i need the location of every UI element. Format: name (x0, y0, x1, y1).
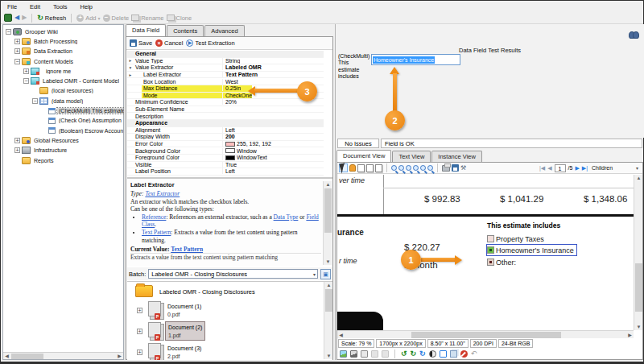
scroll-up-icon[interactable]: ▲ (325, 282, 332, 288)
property-value[interactable]: Left (222, 127, 324, 133)
tree-expander[interactable] (6, 29, 11, 35)
tree-item[interactable]: (Check One) Assumption (3, 116, 123, 126)
tree-item[interactable]: (CheckMulti) This estimate incl (3, 105, 123, 115)
viewer-horizontal-scrollbar[interactable]: ◀ ▶ (337, 330, 634, 338)
help-scrollbar[interactable]: ▲ ▼ (323, 181, 332, 265)
property-row[interactable]: Box Location West (127, 78, 324, 85)
batch-dropdown[interactable]: Labeled OMR - Closing Disclosures▾ (148, 269, 318, 279)
result-value-field[interactable]: Homeowner's Insurance (371, 54, 460, 65)
clone-button[interactable]: Clone (167, 14, 192, 22)
property-expander-icon[interactable] (127, 65, 134, 70)
tree-item[interactable]: Batch Processing (3, 36, 123, 46)
batch-folder-label[interactable]: Labeled OMR - Closing Disclosures (159, 288, 255, 296)
cancel-button[interactable]: ×Cancel (155, 39, 183, 47)
property-row[interactable]: Alignment Left (127, 127, 324, 134)
tree-expander[interactable] (32, 98, 38, 104)
property-row[interactable]: Sub-Element Name (127, 106, 324, 114)
scroll-thumb[interactable] (635, 263, 642, 312)
tree-expander[interactable] (137, 350, 142, 355)
property-value[interactable]: 255, 192, 192 (222, 141, 324, 147)
editor-tab[interactable]: Contents (167, 25, 204, 36)
scroll-down-icon[interactable]: ▼ (324, 259, 332, 265)
property-row[interactable]: Label Extractor Text Pattern (127, 72, 324, 79)
property-row[interactable]: Value Extractor Labeled OMR (127, 64, 324, 72)
pan-tool-icon[interactable] (349, 164, 356, 172)
scope-dropdown[interactable]: Children▾ (590, 165, 640, 171)
scroll-thumb[interactable] (11, 354, 43, 359)
text-extractor-link[interactable]: Text Extractor (145, 190, 180, 197)
snippet-tool-icon[interactable] (357, 164, 365, 172)
viewer-settings-icon[interactable]: ⚒ (460, 164, 466, 172)
image-color-icon[interactable] (340, 350, 347, 358)
zoom-fit-icon[interactable] (413, 165, 419, 171)
scroll-thumb[interactable] (411, 332, 561, 338)
batch-filter-button[interactable]: ▣ (320, 269, 331, 279)
text-pattern-link[interactable]: Text Pattern (142, 229, 171, 236)
page-preview-icon[interactable] (375, 164, 382, 172)
scroll-up-icon[interactable]: ▲ (635, 175, 642, 181)
undo-icon[interactable]: ↶ (471, 350, 477, 358)
tree-expander[interactable] (137, 308, 142, 313)
scroll-up-icon[interactable]: ▲ (324, 181, 332, 188)
tree-horizontal-scrollbar[interactable]: ◀ ▶ (3, 352, 123, 359)
tree-expander[interactable] (14, 59, 20, 64)
tree-item[interactable]: Grooper Wiki (3, 27, 123, 36)
print-icon[interactable] (442, 165, 450, 172)
tree-expander[interactable] (14, 39, 20, 44)
page-number-input[interactable]: 1 (555, 164, 566, 172)
property-expander-icon[interactable] (127, 72, 134, 77)
last-page-icon[interactable]: ▶| (582, 165, 588, 172)
property-row[interactable]: Visible True (127, 162, 324, 169)
crop-icon[interactable] (440, 350, 447, 358)
tree-expander[interactable] (14, 48, 20, 54)
tree-expander[interactable] (137, 329, 142, 334)
tree-item[interactable]: Global Resources (3, 135, 123, 145)
property-row[interactable]: Foreground Color WindowText (127, 155, 324, 162)
image-delete-icon[interactable] (382, 350, 389, 358)
viewer-vertical-scrollbar[interactable]: ▲ ▼ (634, 175, 642, 330)
add-button[interactable]: +Add▾ (76, 14, 100, 22)
save-button[interactable]: Save (130, 39, 152, 47)
test-extraction-button[interactable]: ▶Test Extraction (186, 39, 234, 47)
zoom-out-icon[interactable] (398, 165, 404, 171)
property-row[interactable]: Minimum Confidence 20% (127, 99, 324, 106)
menu-help[interactable]: Help (74, 3, 99, 10)
zoom-height-icon[interactable] (427, 165, 433, 171)
rotate-right-icon[interactable]: ↻ (411, 350, 417, 358)
search-binoculars-icon[interactable] (629, 31, 639, 39)
next-page-icon[interactable]: ▶ (575, 165, 579, 172)
redact-icon[interactable] (460, 350, 468, 358)
batch-document[interactable]: P Document (3)2.pdf (137, 343, 201, 360)
forward-icon[interactable]: ▶ (22, 14, 27, 22)
select-tool-button[interactable] (339, 163, 348, 172)
property-row[interactable]: Value Type String (127, 58, 324, 65)
refresh-button[interactable]: ↻Refresh (37, 14, 66, 22)
scroll-left-icon[interactable]: ◀ (3, 353, 10, 359)
scroll-thumb[interactable] (324, 188, 332, 233)
image-compare-icon[interactable] (371, 350, 378, 358)
batch-document[interactable]: P Document (2)1.pdf (137, 322, 204, 340)
tree-item[interactable]: (data model) (3, 96, 123, 105)
tree-expander[interactable] (23, 68, 29, 74)
tree-item[interactable]: (Boolean) Escrow Account? (3, 126, 123, 135)
zoom-in-icon[interactable] (391, 165, 397, 171)
copy-region-icon[interactable] (450, 350, 457, 358)
viewer-tab[interactable]: Document View (336, 150, 391, 162)
property-row[interactable]: Error Color 255, 192, 192 (127, 141, 324, 148)
property-value[interactable]: Labeled OMR (222, 64, 324, 70)
property-value[interactable]: String (222, 58, 324, 64)
property-value[interactable]: Left (222, 168, 324, 174)
property-row[interactable]: Appearance (127, 120, 324, 127)
property-row[interactable]: Label Position Left (127, 168, 324, 176)
property-row[interactable]: Background Color Window (127, 147, 324, 155)
scroll-left-icon[interactable]: ◀ (337, 332, 345, 338)
tree-expander[interactable] (14, 147, 20, 153)
scroll-thumb[interactable] (325, 289, 332, 312)
menu-tools[interactable]: Tools (47, 3, 74, 10)
viewer-tab[interactable]: Instance View (431, 151, 482, 162)
tree-item[interactable]: (local resources) (3, 86, 123, 96)
tree-expander[interactable] (23, 78, 29, 84)
batch-document[interactable]: P Document (1)0.pdf (137, 301, 201, 319)
property-expander-icon[interactable] (127, 58, 134, 63)
tree-item[interactable]: Reports (3, 155, 123, 165)
